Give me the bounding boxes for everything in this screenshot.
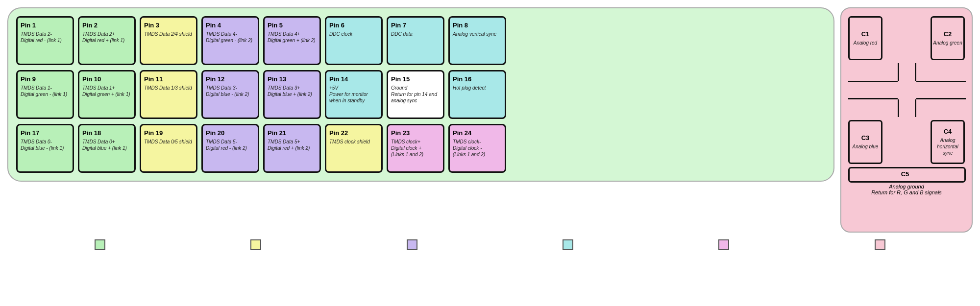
analog-cell-C5: C5 [848, 167, 966, 183]
pin3-title: Pin 3 [144, 22, 159, 29]
legend-item-legend-yellow [250, 239, 261, 250]
legend-square-legend-cyan [563, 239, 573, 250]
pin17-title: Pin 17 [21, 129, 39, 137]
pin-cell-pin17: Pin 17TMDS Data 0- Digital blue - (link … [16, 124, 74, 173]
pin23-desc: TMDS clock+ Digital clock + (Links 1 and… [391, 139, 423, 158]
pin-cell-pin10: Pin 10TMDS Data 1+ Digital green + (link… [78, 70, 136, 119]
pin-cell-pin3: Pin 3TMDS Data 2/4 shield [140, 16, 197, 65]
C3-desc: Analog blue [853, 143, 879, 150]
C4-title: C4 [944, 128, 952, 135]
pin20-desc: TMDS Data 5- Digital red - (link 2) [206, 139, 247, 151]
analog-cell-C3: C3Analog blue [848, 120, 882, 164]
pins-row-3: Pin 17TMDS Data 0- Digital blue - (link … [16, 124, 826, 173]
legend-row [7, 239, 973, 250]
pin-cell-pin12: Pin 12TMDS Data 3- Digital blue - (link … [201, 70, 259, 119]
legend-item-legend-pink [718, 239, 729, 250]
pin12-title: Pin 12 [206, 75, 224, 83]
C3-title: C3 [861, 134, 870, 141]
pin19-desc: TMDS Data 0/5 shield [144, 139, 192, 145]
analog-cross [848, 63, 966, 117]
pin11-title: Pin 11 [144, 75, 163, 83]
pin20-title: Pin 20 [206, 129, 224, 137]
pin13-desc: TMDS Data 3+ Digital blue + (link 2) [268, 85, 312, 97]
pin18-title: Pin 18 [82, 129, 101, 137]
pin18-desc: TMDS Data 0+ Digital blue + (link 1) [82, 139, 127, 151]
legend-square-legend-yellow [250, 239, 261, 250]
pin-cell-pin13: Pin 13TMDS Data 3+ Digital blue + (link … [263, 70, 321, 119]
pin7-title: Pin 7 [391, 22, 406, 29]
pin24-title: Pin 24 [453, 129, 471, 137]
pin-cell-pin1: Pin 1TMDS Data 2- Digital red - (link 1) [16, 16, 74, 65]
pin10-title: Pin 10 [82, 75, 101, 83]
legend-square-legend-green [95, 239, 105, 250]
legend-item-legend-rose [875, 239, 885, 250]
cross-center [898, 81, 916, 99]
pin22-title: Pin 22 [329, 129, 348, 137]
pins-row-1: Pin 1TMDS Data 2- Digital red - (link 1)… [16, 16, 826, 65]
pin9-desc: TMDS Data 1- Digital green - (link 1) [21, 85, 67, 97]
pin-cell-pin19: Pin 19TMDS Data 0/5 shield [140, 124, 197, 173]
pin2-title: Pin 2 [82, 22, 98, 29]
analog-row-2: C3Analog blueC4Analog horizontal sync [848, 120, 965, 164]
pin8-desc: Analog vertical sync [453, 31, 496, 37]
pin5-desc: TMDS Data 4+ Digital green + (link 2) [268, 31, 316, 44]
pin6-desc: DDC clock [329, 31, 352, 37]
pin2-desc: TMDS Data 2+ Digital red + (link 1) [82, 31, 124, 44]
legend-square-legend-rose [875, 239, 885, 250]
analog-panel: C1Analog redC2Analog greenC3Analog blueC… [840, 7, 973, 233]
analog-row-1: C1Analog redC2Analog green [848, 16, 965, 60]
pin4-title: Pin 4 [206, 22, 221, 29]
pin-cell-pin14: Pin 14+5V Power for monitor when in stan… [325, 70, 383, 119]
analog-cell-C1: C1Analog red [848, 16, 882, 60]
pin-cell-pin22: Pin 22TMDS clock shield [325, 124, 383, 173]
pin15-title: Pin 15 [391, 75, 410, 83]
pin-cell-pin20: Pin 20TMDS Data 5- Digital red - (link 2… [201, 124, 259, 173]
pin10-desc: TMDS Data 1+ Digital green + (link 1) [82, 85, 130, 97]
pin1-title: Pin 1 [21, 22, 36, 29]
pin23-title: Pin 23 [391, 129, 410, 137]
pin-cell-pin16: Pin 16Hot plug detect [448, 70, 506, 119]
pin-cell-pin15: Pin 15Ground Return for pin 14 and analo… [387, 70, 444, 119]
legend-item-legend-cyan [563, 239, 573, 250]
pin1-desc: TMDS Data 2- Digital red - (link 1) [21, 31, 62, 44]
pin16-title: Pin 16 [453, 75, 471, 83]
pin8-title: Pin 8 [453, 22, 468, 29]
pin-cell-pin9: Pin 9TMDS Data 1- Digital green - (link … [16, 70, 74, 119]
legend-square-legend-pink [718, 239, 729, 250]
pin-cell-pin18: Pin 18TMDS Data 0+ Digital blue + (link … [78, 124, 136, 173]
pin-cell-pin23: Pin 23TMDS clock+ Digital clock + (Links… [387, 124, 444, 173]
pin-cell-pin21: Pin 21TMDS Data 5+ Digital red + (link 2… [263, 124, 321, 173]
pin15-desc: Ground Return for pin 14 and analog sync [391, 85, 440, 104]
C2-desc: Analog green [933, 40, 962, 46]
pin-cell-pin2: Pin 2TMDS Data 2+ Digital red + (link 1) [78, 16, 136, 65]
pin11-desc: TMDS Data 1/3 shield [144, 85, 192, 91]
C4-desc: Analog horizontal sync [932, 137, 963, 156]
pin22-desc: TMDS clock shield [329, 139, 370, 145]
C5-label: Analog ground Return for R, G and B sign… [848, 184, 965, 195]
pin21-desc: TMDS Data 5+ Digital red + (link 2) [268, 139, 310, 151]
pin9-title: Pin 9 [21, 75, 36, 83]
pins-panel: Pin 1TMDS Data 2- Digital red - (link 1)… [7, 7, 834, 182]
pin-cell-pin8: Pin 8Analog vertical sync [448, 16, 506, 65]
analog-cell-C4: C4Analog horizontal sync [931, 120, 965, 164]
pin21-title: Pin 21 [268, 129, 286, 137]
C5-title: C5 [901, 170, 909, 178]
pin-cell-pin4: Pin 4TMDS Data 4- Digital green - (link … [201, 16, 259, 65]
pin13-title: Pin 13 [268, 75, 286, 83]
C2-title: C2 [944, 30, 952, 38]
C1-title: C1 [861, 30, 870, 38]
legend-item-legend-green [95, 239, 105, 250]
pin16-desc: Hot plug detect [453, 85, 486, 91]
analog-cell-C2: C2Analog green [931, 16, 965, 60]
pin-cell-pin7: Pin 7DDC data [387, 16, 444, 65]
pin-cell-pin5: Pin 5TMDS Data 4+ Digital green + (link … [263, 16, 321, 65]
pin6-title: Pin 6 [329, 22, 344, 29]
pin-cell-pin11: Pin 11TMDS Data 1/3 shield [140, 70, 197, 119]
legend-item-legend-purple [407, 239, 417, 250]
pin5-title: Pin 5 [268, 22, 283, 29]
pin4-desc: TMDS Data 4- Digital green - (link 2) [206, 31, 252, 44]
pin-cell-pin6: Pin 6DDC clock [325, 16, 383, 65]
pins-row-2: Pin 9TMDS Data 1- Digital green - (link … [16, 70, 826, 119]
pin7-desc: DDC data [391, 31, 413, 37]
pin14-title: Pin 14 [329, 75, 348, 83]
